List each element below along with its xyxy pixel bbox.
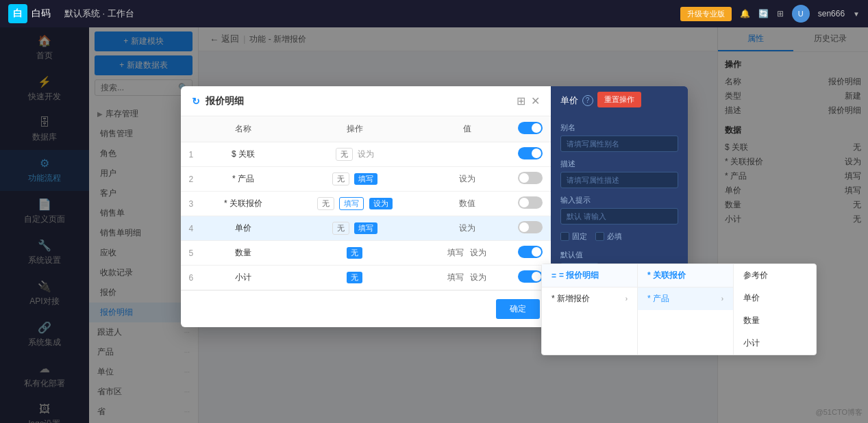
- dropdown-item-label: 小计: [743, 337, 760, 349]
- panel-title: 单价: [560, 94, 578, 106]
- op-tag-fill[interactable]: 填写: [354, 173, 377, 185]
- row-op: 无 填写: [285, 166, 425, 191]
- required-label: 必填: [607, 231, 622, 242]
- alias-label: 别名: [560, 123, 678, 133]
- fixed-checkbox[interactable]: 固定: [560, 231, 587, 242]
- op-tag-none[interactable]: 无: [347, 247, 362, 259]
- upgrade-button[interactable]: 升级专业版: [680, 7, 732, 21]
- refresh-icon[interactable]: ↻: [192, 95, 200, 106]
- row-toggle: [510, 240, 551, 265]
- op-tag-setas[interactable]: 设为: [369, 198, 393, 209]
- row-toggle: [510, 216, 551, 240]
- dropdown-header-label-2: * 关联报价: [647, 270, 686, 281]
- row-toggle-switch[interactable]: [518, 270, 543, 283]
- row-op: 无: [285, 240, 425, 265]
- row-name: $ 关联: [201, 142, 285, 166]
- value-shuzi: 数值: [459, 198, 475, 208]
- default-label: 默认值: [560, 250, 678, 260]
- system-title: 默认系统 · 工作台: [64, 8, 680, 20]
- col-op: 操作: [285, 116, 425, 142]
- dropdown-item-unitprice[interactable]: 单价: [734, 287, 816, 309]
- row-op: 无 填写 设为: [285, 191, 425, 216]
- row-num: 1: [181, 142, 202, 166]
- bell-icon[interactable]: 🔔: [740, 9, 750, 18]
- header-toggle[interactable]: [518, 122, 543, 134]
- refresh-icon[interactable]: 🔄: [758, 9, 769, 18]
- dropdown-col-2: * 关联报价 * 产品 ›: [638, 264, 734, 355]
- row-value: 设为: [425, 216, 510, 240]
- close-icon[interactable]: ✕: [531, 94, 540, 107]
- row-name: * 关联报价: [201, 191, 285, 216]
- op-tag-none[interactable]: 无: [332, 172, 349, 185]
- dropdown-header-label-1: = 报价明细: [559, 270, 599, 281]
- input-tip-input[interactable]: [560, 208, 678, 225]
- avatar: U: [792, 5, 810, 23]
- modal-table: 名称 操作 值 1 $ 关联 无 设为: [181, 116, 551, 290]
- row-num: 5: [181, 240, 202, 265]
- row-value: 填写 设为: [425, 240, 510, 265]
- modal-right-header: 单价 ? 重置操作: [551, 86, 688, 114]
- dropdown-item-refprice[interactable]: 参考价: [734, 264, 816, 287]
- value-setas: 设为: [459, 174, 475, 183]
- eq-icon: =: [551, 271, 556, 281]
- dropdown-item-qty[interactable]: 数量: [734, 309, 816, 332]
- dropdown-item-newquote[interactable]: * 新增报价 ›: [542, 287, 637, 310]
- alias-input[interactable]: [560, 136, 678, 152]
- op-tag-none[interactable]: 无: [336, 148, 353, 161]
- row-toggle-switch[interactable]: [518, 246, 543, 258]
- fixed-label: 固定: [572, 231, 587, 242]
- dropdown-col-1: = = 报价明细 * 新增报价 ›: [542, 264, 638, 355]
- expand-icon[interactable]: ⊞: [517, 94, 525, 107]
- row-toggle-switch[interactable]: [518, 172, 543, 184]
- logo-icon: 白: [8, 4, 27, 23]
- username: sen666: [818, 9, 845, 18]
- op-tag-none[interactable]: 无: [317, 197, 334, 210]
- checkbox-box: [560, 232, 569, 241]
- desc-input[interactable]: [560, 172, 678, 188]
- op-tag-fill[interactable]: 填写: [354, 222, 377, 234]
- row-toggle-switch[interactable]: [518, 221, 543, 233]
- row-toggle: [510, 191, 551, 216]
- row-toggle-switch[interactable]: [518, 147, 543, 159]
- modal-footer: 确定: [181, 290, 551, 327]
- layout-icon[interactable]: ⊞: [777, 9, 784, 18]
- modal-header: ↻ 报价明细 ⊞ ✕: [181, 86, 551, 116]
- row-toggle: [510, 166, 551, 191]
- row-op: 无 设为: [285, 142, 425, 166]
- dropdown-item-subtotal[interactable]: 小计: [734, 332, 816, 355]
- value-setas: 设为: [459, 223, 475, 233]
- col-name: 名称: [201, 116, 285, 142]
- dropdown-item-product[interactable]: * 产品 ›: [638, 287, 733, 310]
- checkbox-row: 固定 必填: [560, 231, 678, 242]
- col-toggle: [510, 116, 551, 142]
- dropdown-col-3: 参考价 单价 数量 小计: [734, 264, 816, 355]
- logo-text: 白码: [32, 8, 51, 20]
- dropdown-header-2: * 关联报价: [638, 264, 733, 287]
- desc-label: 描述: [560, 159, 678, 169]
- table-row: 6 小计 无 填写 设为: [181, 265, 551, 290]
- modal-title-area: ↻ 报价明细: [192, 94, 244, 107]
- row-op: 无: [285, 265, 425, 290]
- checkbox-box: [595, 232, 604, 241]
- op-tag-none[interactable]: 无: [347, 272, 362, 283]
- row-toggle-switch[interactable]: [518, 196, 543, 209]
- op-tag-fill[interactable]: 填写: [339, 197, 364, 210]
- reset-button[interactable]: 重置操作: [597, 92, 641, 107]
- row-num: 6: [181, 265, 202, 290]
- dropdown-menu: = = 报价明细 * 新增报价 › * 关联报价 * 产品 › 参考价 单价 数…: [541, 264, 817, 355]
- table-row: 5 数量 无 填写 设为: [181, 240, 551, 265]
- row-value: 数值: [425, 191, 510, 216]
- op-tag-none[interactable]: 无: [332, 222, 349, 235]
- required-checkbox[interactable]: 必填: [595, 231, 622, 242]
- op-tag-label[interactable]: 设为: [358, 149, 374, 159]
- table-row: 1 $ 关联 无 设为: [181, 142, 551, 166]
- row-op: 无 填写: [285, 216, 425, 240]
- row-num: 2: [181, 166, 202, 191]
- top-actions: 升级专业版 🔔 🔄 ⊞ U sen666 ▼: [680, 5, 860, 23]
- confirm-button[interactable]: 确定: [496, 299, 540, 319]
- arrow-icon: ›: [721, 295, 723, 303]
- dropdown-item-label: * 新增报价: [551, 293, 590, 305]
- modal-title: 报价明细: [206, 94, 244, 107]
- modal-left-panel: ↻ 报价明细 ⊞ ✕ 名称 操作 值: [181, 86, 551, 327]
- arrow-icon: ›: [625, 295, 628, 303]
